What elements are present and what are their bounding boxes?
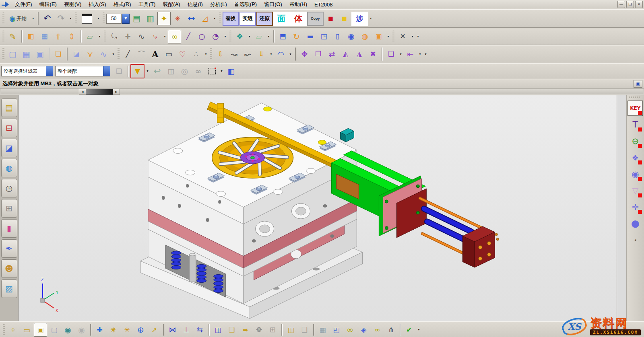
line-icon[interactable]: ╱ [182,30,195,43]
text-icon[interactable]: A [149,47,162,61]
layer-visible-icon[interactable]: ▥ [144,12,157,25]
close-button[interactable]: ✕ [635,1,643,8]
erase-highlight-icon[interactable]: ◫ [164,64,178,78]
project-curve-icon[interactable]: ⇩ [214,47,227,61]
component-report-icon[interactable]: ❑ [384,47,398,61]
deselect-icon[interactable]: ↩ [151,64,164,78]
selection-scope-dropdown[interactable]: 整个装配 [55,66,110,76]
menu-edit[interactable]: 编辑(E) [36,0,60,9]
tab-visualization[interactable]: ▮ [1,219,17,238]
basic-shapes-icon[interactable]: ❖ [233,30,246,43]
lib-fitting-icon[interactable]: ✛ [627,199,643,215]
mirror-assembly-icon[interactable]: ◫ [284,323,297,337]
pull-face-icon[interactable]: ⇧ [52,30,65,43]
line2-icon[interactable]: ╱ [121,47,134,61]
see-through-button[interactable]: 实透 [239,12,256,26]
lib-bushing-icon[interactable]: ⊖ [627,134,643,149]
bounded-plane-icon[interactable]: ▣ [33,47,47,61]
face-button[interactable]: 面 [273,12,290,26]
position-component-icon[interactable]: ◮ [353,47,366,61]
toolbar-collapse-arrow[interactable]: ◂ [627,232,643,248]
revolve-icon[interactable]: ↻ [290,30,303,43]
block-icon[interactable]: ▬ [303,30,317,43]
datum-plane-icon[interactable]: ▱ [83,30,97,43]
rectangle-icon[interactable]: ▭ [162,47,175,61]
xdim-caret[interactable]: ▾ [410,30,415,43]
circle-icon[interactable]: ○ [195,30,208,43]
wrap-caret[interactable]: ▾ [288,47,293,61]
wave-link-icon[interactable]: ∞ [343,323,357,337]
join-face-icon[interactable]: ⋎ [83,47,97,61]
interpart-link-icon[interactable]: ❏ [112,64,126,78]
save-icon[interactable]: ◫ [211,323,225,337]
surface-caret[interactable]: ▾ [111,47,116,61]
extension-surface-icon[interactable]: ◪ [70,47,83,61]
angle-ruler-icon[interactable]: ◿ [198,12,212,25]
lib-plate-icon[interactable]: ◉ [627,166,643,182]
snap-point-icon[interactable]: ▼ [130,64,144,78]
asmdim-caret[interactable]: ▾ [417,47,423,61]
lib-cylinder-icon[interactable]: ⬤ [627,216,643,231]
tab-system-dialogs[interactable]: ⊞ [1,199,17,218]
sketch-plane-caret[interactable]: ▾ [266,30,271,43]
tab-studio-tools[interactable]: ✒ [1,239,17,258]
wrap-curve-icon[interactable]: ◠ [274,47,287,61]
menu-view[interactable]: 视图(V) [60,0,85,9]
join-curve-icon[interactable]: ∿ [135,30,148,43]
color-swatch-dropdown[interactable] [78,12,95,25]
offset-surface-icon[interactable]: ❏ [52,47,65,61]
deformable-part-icon[interactable]: ◈ [357,323,370,337]
mirror-body-icon[interactable]: ◧ [24,30,37,43]
capture-view-icon[interactable]: ◉ [61,323,74,337]
measure-distance-icon[interactable]: ↔ [185,12,198,25]
datum-display-icon[interactable]: ✦ [157,12,171,25]
plane-caret[interactable]: ▾ [97,30,102,43]
replace-component-icon[interactable]: ⇄ [325,47,339,61]
curve2-caret[interactable]: ▾ [203,47,208,61]
tab-part-navigator[interactable]: ◪ [1,139,17,157]
menu-preferences[interactable]: 首选项(P) [231,0,260,9]
find-component-icon[interactable]: ⌖ [6,323,20,337]
sketch-icon[interactable]: ✎ [6,30,19,43]
wave-geometry-icon[interactable]: ❏ [225,323,238,337]
offset-region-icon[interactable]: ⇕ [65,30,78,43]
layer-value-box[interactable]: 50 [106,14,122,24]
measure-caret[interactable]: ▾ [212,12,217,25]
studio-spline-icon[interactable]: ♡ [176,47,189,61]
verify-caret[interactable]: ▾ [416,323,421,337]
tab-internet-explorer[interactable]: ◍ [1,159,17,177]
marquee-select-icon[interactable] [205,64,219,78]
lib-ejector-icon[interactable]: ▽ [627,183,643,198]
feature-caret[interactable]: ▾ [386,30,391,43]
wcs-triad[interactable]: Z Y X [41,277,58,313]
structure-tree-icon[interactable]: ⋔ [384,323,398,337]
relations-icon[interactable]: ∞ [371,323,384,337]
reverse-constraint-icon[interactable]: ⇆ [193,323,206,337]
layer-settings-icon[interactable]: ▤ [130,12,143,25]
swatch-caret[interactable]: ▾ [96,12,101,25]
move-component2-icon[interactable]: ➚ [148,323,161,337]
ruled-surface-icon[interactable]: ▢ [6,47,19,61]
highlight-target-icon[interactable]: ◎ [178,64,191,78]
mate-align-icon[interactable]: ⊥ [180,323,193,337]
tab-constraint-navigator[interactable]: ⊟ [1,119,17,137]
extrude-icon[interactable]: ⬒ [276,30,289,43]
scroll-right-button[interactable]: ► [113,89,120,95]
menu-analysis[interactable]: 分析(L) [206,0,231,9]
yellow-cube-icon[interactable]: ◼ [338,12,351,25]
assembly-dim-icon[interactable]: ⇤ [404,47,417,61]
verify-assembly-icon[interactable]: ✔ [402,323,416,337]
shapes-caret[interactable]: ▾ [247,30,252,43]
pattern-component-icon[interactable]: ⊕ [134,323,147,337]
delete-component-icon[interactable]: ✖ [366,47,380,61]
sequence-icon[interactable]: ▦ [316,323,329,337]
assembly-constraints-icon[interactable]: ⋈ [166,323,179,337]
menu-window[interactable]: 窗口(O) [260,0,286,9]
report-caret[interactable]: ▾ [398,47,403,61]
red-cube-icon[interactable]: ◼ [324,12,337,25]
row-caret[interactable]: ▾ [415,30,421,43]
marquee-caret[interactable]: ▾ [219,64,224,78]
scroll-left-button[interactable]: ◄ [79,89,86,95]
menu-assembly[interactable]: 装配(A) [159,0,184,9]
tab-history[interactable]: ◷ [1,179,17,197]
